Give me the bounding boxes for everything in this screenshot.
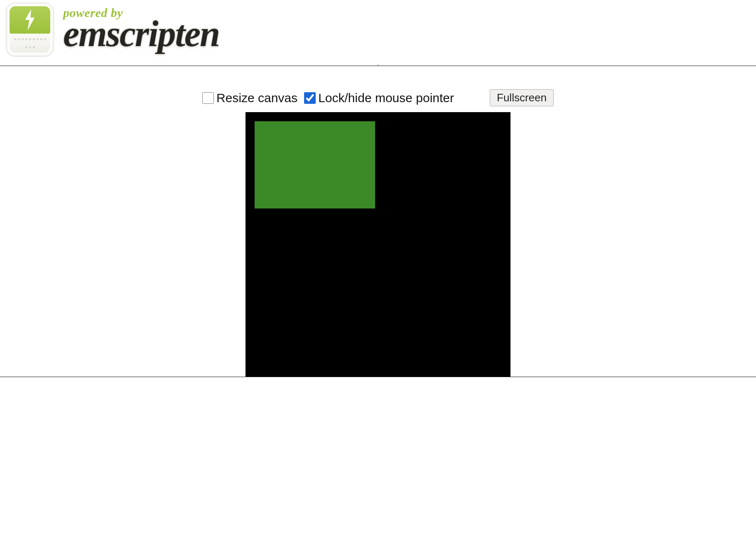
lock-pointer-control[interactable]: Lock/hide mouse pointer [304,91,454,105]
emscripten-title: emscripten [63,16,219,52]
canvas-area [0,112,756,377]
fullscreen-button[interactable]: Fullscreen [490,89,554,106]
logo-icon-bottom [10,34,50,53]
logo-icon-top [10,6,50,34]
canvas-green-rect [255,121,375,208]
bottom-separator [0,377,756,377]
resize-canvas-checkbox[interactable] [202,92,214,104]
tiny-link[interactable] [0,61,756,66]
header: powered by emscripten [0,0,756,61]
lightning-bolt-icon [23,9,37,31]
lock-pointer-checkbox[interactable] [304,92,316,104]
emscripten-logo-icon [6,2,54,56]
lock-pointer-label: Lock/hide mouse pointer [318,91,454,105]
controls-row: Resize canvas Lock/hide mouse pointer Fu… [0,66,756,112]
logo-text: powered by emscripten [58,4,224,55]
resize-canvas-label: Resize canvas [216,91,297,105]
output-canvas[interactable] [245,112,511,377]
resize-canvas-control[interactable]: Resize canvas [202,91,297,105]
